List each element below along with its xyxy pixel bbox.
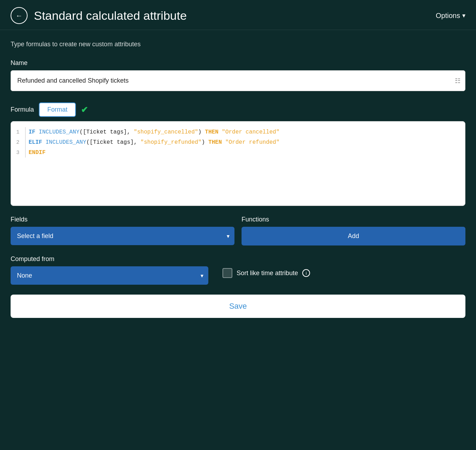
sort-time-label: Sort like time attribute (237, 270, 298, 277)
code-token: "Order cancelled" (222, 129, 279, 135)
template-icon: ☷ (455, 77, 460, 85)
fields-label: Fields (11, 216, 234, 223)
code-token: "shopify_refunded" (141, 139, 202, 146)
code-token: INCLUDES_ANY (46, 139, 86, 146)
formula-label: Formula (11, 106, 34, 113)
save-button[interactable]: Save (11, 295, 465, 318)
code-token (219, 129, 222, 135)
computed-label: Computed from (11, 255, 208, 263)
code-token: "shopify_cancelled" (134, 129, 198, 135)
code-token (222, 139, 225, 146)
fields-column: Fields Select a field ▾ (11, 216, 234, 245)
main-content: Type formulas to create new custom attri… (0, 30, 476, 332)
name-label: Name (11, 59, 465, 67)
page-title: Standard calculated attribute (34, 9, 187, 23)
line-number: 1 (11, 128, 25, 137)
code-line: 1IF INCLUDES_ANY([Ticket tags], "shopify… (11, 127, 459, 137)
code-token: THEN (205, 129, 218, 135)
code-token: THEN (208, 139, 222, 146)
chevron-down-icon: ▾ (462, 12, 465, 19)
computed-sort-row: Computed from None ▾ Sort like time attr… (11, 255, 465, 285)
code-token: ([Ticket tags], (86, 139, 141, 146)
back-button[interactable]: ← (11, 7, 28, 24)
code-token: ([Ticket tags], (79, 129, 134, 135)
computed-select[interactable]: None (11, 266, 208, 285)
format-button[interactable]: Format (39, 102, 76, 117)
line-content: ENDIF (25, 148, 459, 158)
sort-column: Sort like time attribute i (222, 255, 310, 278)
sort-time-checkbox[interactable] (222, 268, 232, 278)
header-left: ← Standard calculated attribute (11, 7, 187, 24)
code-token: ) (202, 139, 208, 146)
fields-select-wrapper: Select a field ▾ (11, 227, 234, 245)
add-function-button[interactable]: Add (242, 227, 465, 245)
code-line: 3ENDIF (11, 148, 459, 158)
code-token: ) (198, 129, 205, 135)
app-header: ← Standard calculated attribute Options … (0, 0, 476, 30)
functions-column: Functions Add (242, 216, 465, 245)
functions-label: Functions (242, 216, 465, 223)
code-editor[interactable]: 1IF INCLUDES_ANY([Ticket tags], "shopify… (11, 121, 465, 206)
subtitle: Type formulas to create new custom attri… (11, 41, 465, 48)
valid-checkmark: ✔ (81, 105, 88, 115)
name-input-wrapper: ☷ (11, 70, 465, 91)
options-button[interactable]: Options ▾ (436, 12, 465, 20)
sort-info-icon[interactable]: i (302, 269, 310, 277)
formula-row: Formula Format ✔ (11, 102, 465, 117)
line-number: 2 (11, 138, 25, 147)
name-input[interactable] (11, 70, 465, 91)
line-content: IF INCLUDES_ANY([Ticket tags], "shopify_… (25, 127, 459, 137)
options-label: Options (436, 12, 460, 20)
computed-column: Computed from None ▾ (11, 255, 208, 285)
code-token: ELIF (29, 139, 46, 146)
back-icon: ← (16, 12, 23, 20)
line-number: 3 (11, 148, 25, 158)
code-token: IF (29, 129, 39, 135)
computed-select-wrapper: None ▾ (11, 266, 208, 285)
line-content: ELIF INCLUDES_ANY([Ticket tags], "shopif… (25, 137, 459, 148)
code-token: ENDIF (29, 149, 46, 156)
fields-select[interactable]: Select a field (11, 227, 234, 245)
fields-functions-row: Fields Select a field ▾ Functions Add (11, 216, 465, 245)
code-token: "Order refunded" (225, 139, 280, 146)
code-line: 2ELIF INCLUDES_ANY([Ticket tags], "shopi… (11, 137, 459, 148)
code-token: INCLUDES_ANY (39, 129, 79, 135)
